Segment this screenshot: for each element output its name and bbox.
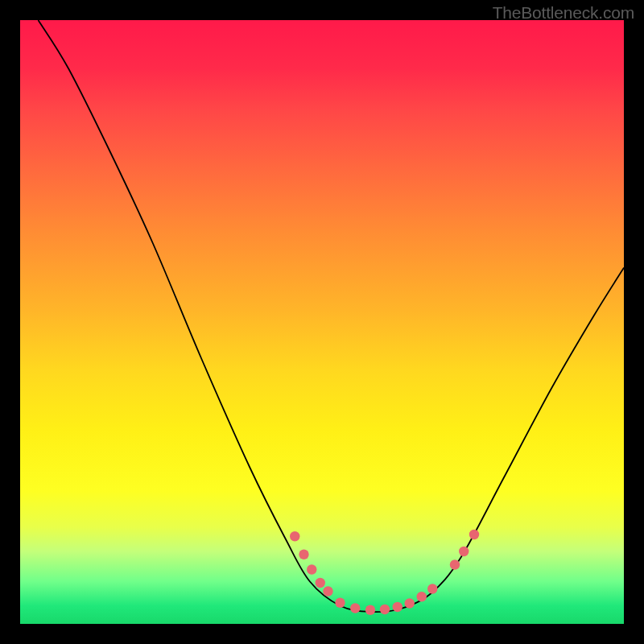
watermark-text: TheBottleneck.com (493, 3, 634, 23)
curve-marker-dot (405, 598, 415, 608)
curve-marker-dot (350, 603, 360, 613)
curve-marker-dot (417, 592, 427, 601)
chart-svg (20, 20, 624, 624)
curve-marker-dot (299, 550, 308, 559)
curve-marker-dot (393, 602, 402, 612)
curve-marker-dot (316, 578, 325, 588)
curve-marker-dot (427, 584, 437, 593)
curve-marker-dot (380, 605, 390, 614)
curve-marker-dot (469, 530, 479, 539)
curve-marker-dot (290, 531, 299, 541)
curve-marker-dot (307, 564, 316, 574)
curve-marker-dot (459, 547, 469, 556)
curve-marker-dot (365, 605, 375, 615)
curve-marker-dot (323, 586, 332, 596)
curve-marker-dot (335, 598, 345, 608)
bottleneck-curve (39, 20, 625, 612)
curve-marker-dot (450, 559, 460, 569)
chart-plot-area (20, 20, 624, 624)
